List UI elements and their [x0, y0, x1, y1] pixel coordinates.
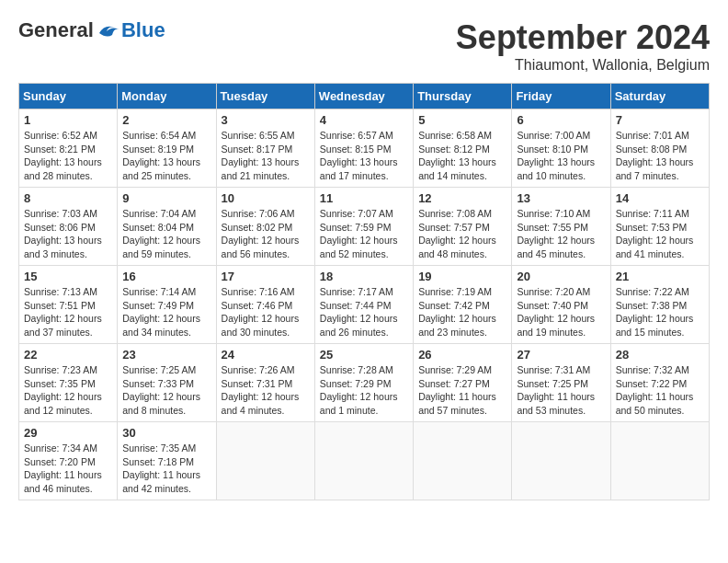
day-info: Sunrise: 7:13 AM Sunset: 7:51 PM Dayligh… — [24, 285, 112, 339]
daylight-label: Daylight: 13 hours and 28 minutes. — [24, 156, 102, 181]
sunrise-label: Sunrise: 7:29 AM — [418, 364, 492, 375]
calendar-day-cell — [216, 422, 314, 500]
day-number: 15 — [24, 270, 112, 283]
sunrise-label: Sunrise: 7:04 AM — [122, 208, 196, 219]
sunset-label: Sunset: 7:51 PM — [24, 300, 96, 311]
day-info: Sunrise: 6:58 AM Sunset: 8:12 PM Dayligh… — [418, 129, 506, 183]
daylight-label: Daylight: 12 hours and 19 minutes. — [517, 313, 595, 338]
calendar-body: 1 Sunrise: 6:52 AM Sunset: 8:21 PM Dayli… — [19, 109, 710, 500]
day-info: Sunrise: 7:29 AM Sunset: 7:27 PM Dayligh… — [418, 363, 506, 418]
daylight-label: Daylight: 11 hours and 42 minutes. — [122, 469, 200, 494]
sunset-label: Sunset: 7:20 PM — [24, 456, 96, 467]
sunrise-label: Sunrise: 6:54 AM — [122, 130, 196, 141]
logo-bird-icon — [96, 20, 121, 40]
sunrise-label: Sunrise: 7:28 AM — [320, 364, 393, 375]
day-info: Sunrise: 7:23 AM Sunset: 7:35 PM Dayligh… — [24, 363, 112, 418]
day-number: 29 — [24, 426, 112, 440]
calendar-table: SundayMondayTuesdayWednesdayThursdayFrid… — [18, 83, 710, 500]
calendar-day-cell: 21 Sunrise: 7:22 AM Sunset: 7:38 PM Dayl… — [610, 266, 709, 344]
day-info: Sunrise: 7:25 AM Sunset: 7:33 PM Dayligh… — [122, 363, 210, 418]
day-info: Sunrise: 6:54 AM Sunset: 8:19 PM Dayligh… — [122, 129, 210, 183]
sunrise-label: Sunrise: 6:58 AM — [418, 130, 492, 141]
daylight-label: Daylight: 11 hours and 57 minutes. — [418, 391, 496, 416]
calendar-day-header: Friday — [512, 84, 610, 109]
calendar-day-cell: 25 Sunrise: 7:28 AM Sunset: 7:29 PM Dayl… — [314, 344, 413, 422]
daylight-label: Daylight: 12 hours and 41 minutes. — [616, 235, 694, 259]
day-number: 22 — [24, 348, 112, 362]
daylight-label: Daylight: 13 hours and 17 minutes. — [320, 156, 398, 181]
daylight-label: Daylight: 13 hours and 21 minutes. — [222, 156, 300, 181]
calendar-day-cell: 12 Sunrise: 7:08 AM Sunset: 7:57 PM Dayl… — [414, 188, 512, 266]
day-number: 10 — [222, 191, 310, 205]
calendar-week-row: 15 Sunrise: 7:13 AM Sunset: 7:51 PM Dayl… — [19, 266, 710, 344]
daylight-label: Daylight: 12 hours and 26 minutes. — [320, 313, 398, 338]
calendar-day-cell: 1 Sunrise: 6:52 AM Sunset: 8:21 PM Dayli… — [19, 109, 118, 188]
day-info: Sunrise: 7:06 AM Sunset: 8:02 PM Dayligh… — [222, 207, 310, 261]
sunset-label: Sunset: 7:40 PM — [517, 300, 588, 311]
calendar-day-header: Saturday — [610, 84, 709, 109]
day-info: Sunrise: 7:03 AM Sunset: 8:06 PM Dayligh… — [24, 207, 112, 261]
daylight-label: Daylight: 12 hours and 48 minutes. — [418, 235, 496, 259]
day-number: 2 — [122, 113, 210, 127]
calendar-day-header: Sunday — [19, 84, 118, 109]
sunset-label: Sunset: 7:49 PM — [122, 300, 194, 311]
day-info: Sunrise: 7:08 AM Sunset: 7:57 PM Dayligh… — [418, 207, 506, 261]
day-number: 20 — [517, 270, 605, 283]
calendar-day-cell: 14 Sunrise: 7:11 AM Sunset: 7:53 PM Dayl… — [610, 188, 709, 266]
sunset-label: Sunset: 8:17 PM — [222, 144, 293, 155]
day-number: 12 — [418, 191, 506, 205]
day-info: Sunrise: 7:07 AM Sunset: 7:59 PM Dayligh… — [320, 207, 408, 261]
sunset-label: Sunset: 7:44 PM — [320, 300, 392, 311]
calendar-day-cell: 20 Sunrise: 7:20 AM Sunset: 7:40 PM Dayl… — [512, 266, 610, 344]
calendar-week-row: 1 Sunrise: 6:52 AM Sunset: 8:21 PM Dayli… — [19, 109, 710, 188]
day-number: 8 — [24, 191, 112, 205]
sunrise-label: Sunrise: 7:34 AM — [24, 442, 97, 454]
daylight-label: Daylight: 12 hours and 4 minutes. — [222, 391, 300, 416]
calendar-day-cell — [314, 422, 413, 500]
day-number: 18 — [320, 270, 408, 283]
sunrise-label: Sunrise: 7:26 AM — [222, 364, 295, 375]
day-info: Sunrise: 7:10 AM Sunset: 7:55 PM Dayligh… — [517, 207, 605, 261]
calendar-day-cell: 29 Sunrise: 7:34 AM Sunset: 7:20 PM Dayl… — [19, 422, 118, 500]
sunset-label: Sunset: 7:25 PM — [517, 378, 588, 389]
day-info: Sunrise: 7:31 AM Sunset: 7:25 PM Dayligh… — [517, 363, 605, 418]
day-number: 13 — [517, 191, 605, 205]
day-info: Sunrise: 6:52 AM Sunset: 8:21 PM Dayligh… — [24, 129, 112, 183]
day-info: Sunrise: 7:17 AM Sunset: 7:44 PM Dayligh… — [320, 285, 408, 339]
sunset-label: Sunset: 7:22 PM — [616, 378, 688, 389]
sunrise-label: Sunrise: 6:57 AM — [320, 130, 393, 141]
daylight-label: Daylight: 13 hours and 25 minutes. — [122, 156, 200, 181]
daylight-label: Daylight: 12 hours and 45 minutes. — [517, 235, 595, 259]
daylight-label: Daylight: 12 hours and 8 minutes. — [122, 391, 200, 416]
daylight-label: Daylight: 13 hours and 3 minutes. — [24, 235, 102, 259]
calendar-day-cell: 2 Sunrise: 6:54 AM Sunset: 8:19 PM Dayli… — [118, 109, 216, 188]
day-info: Sunrise: 6:57 AM Sunset: 8:15 PM Dayligh… — [320, 129, 408, 183]
day-info: Sunrise: 7:20 AM Sunset: 7:40 PM Dayligh… — [517, 285, 605, 339]
calendar-week-row: 8 Sunrise: 7:03 AM Sunset: 8:06 PM Dayli… — [19, 188, 710, 266]
sunrise-label: Sunrise: 7:14 AM — [122, 286, 196, 297]
daylight-label: Daylight: 13 hours and 10 minutes. — [517, 156, 595, 181]
daylight-label: Daylight: 13 hours and 7 minutes. — [616, 156, 694, 181]
day-number: 16 — [122, 270, 210, 283]
day-info: Sunrise: 7:16 AM Sunset: 7:46 PM Dayligh… — [222, 285, 310, 339]
sunset-label: Sunset: 7:53 PM — [616, 222, 688, 233]
calendar-day-cell: 17 Sunrise: 7:16 AM Sunset: 7:46 PM Dayl… — [216, 266, 314, 344]
calendar-day-cell: 27 Sunrise: 7:31 AM Sunset: 7:25 PM Dayl… — [512, 344, 610, 422]
sunset-label: Sunset: 8:15 PM — [320, 144, 392, 155]
sunrise-label: Sunrise: 6:55 AM — [222, 130, 295, 141]
day-number: 25 — [320, 348, 408, 362]
sunrise-label: Sunrise: 7:35 AM — [122, 442, 196, 454]
daylight-label: Daylight: 11 hours and 53 minutes. — [517, 391, 595, 416]
sunset-label: Sunset: 8:04 PM — [122, 222, 194, 233]
calendar-day-cell: 10 Sunrise: 7:06 AM Sunset: 8:02 PM Dayl… — [216, 188, 314, 266]
day-info: Sunrise: 7:04 AM Sunset: 8:04 PM Dayligh… — [122, 207, 210, 261]
calendar-day-cell: 4 Sunrise: 6:57 AM Sunset: 8:15 PM Dayli… — [314, 109, 413, 188]
day-info: Sunrise: 7:28 AM Sunset: 7:29 PM Dayligh… — [320, 363, 408, 418]
sunrise-label: Sunrise: 7:03 AM — [24, 208, 97, 219]
daylight-label: Daylight: 11 hours and 46 minutes. — [24, 469, 102, 494]
sunrise-label: Sunrise: 7:00 AM — [517, 130, 590, 141]
title-area: September 2024 Thiaumont, Wallonia, Belg… — [456, 18, 710, 74]
calendar-day-header: Wednesday — [314, 84, 413, 109]
day-info: Sunrise: 7:35 AM Sunset: 7:18 PM Dayligh… — [122, 442, 210, 496]
sunrise-label: Sunrise: 7:13 AM — [24, 286, 97, 297]
